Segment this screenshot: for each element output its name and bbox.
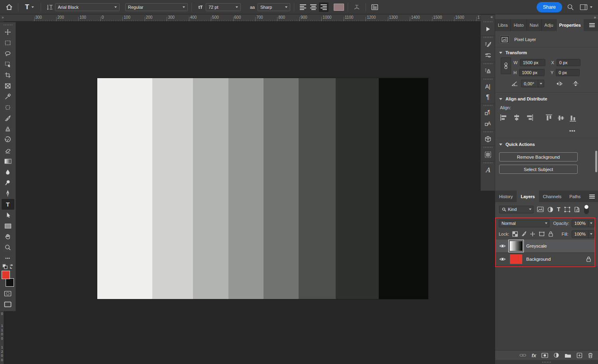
layers-panel-menu-icon[interactable] — [589, 191, 598, 202]
lasso-tool[interactable] — [2, 48, 14, 59]
clone-stamp-tool[interactable] — [2, 124, 14, 134]
clone-source-panel-icon[interactable] — [482, 65, 494, 76]
layer-name[interactable]: Greyscale — [526, 244, 591, 248]
height-input[interactable] — [519, 69, 545, 76]
quick-mask-button[interactable] — [2, 288, 14, 299]
character-styles-panel-icon[interactable]: A — [482, 118, 494, 129]
pattern-panel-icon[interactable] — [482, 149, 494, 160]
properties-scrollbar[interactable] — [595, 151, 597, 172]
zoom-tool[interactable] — [2, 242, 14, 253]
hand-tool[interactable] — [2, 231, 14, 242]
foreground-color-swatch[interactable] — [2, 271, 10, 279]
panel-grip[interactable] — [484, 79, 492, 80]
layer-thumbnail-greyscale[interactable] — [510, 241, 522, 251]
dodge-tool[interactable] — [2, 177, 14, 188]
filter-pixel-layers-icon[interactable] — [537, 207, 544, 212]
background-color-swatch[interactable] — [6, 278, 14, 287]
filter-adjustment-layers-icon[interactable] — [547, 207, 553, 212]
panel-grip[interactable] — [484, 37, 492, 38]
opacity-select[interactable]: 100% — [572, 220, 594, 227]
glyphs-panel-icon[interactable]: A — [482, 165, 494, 175]
align-text-left-button[interactable] — [298, 2, 308, 12]
share-button[interactable]: Share — [537, 2, 562, 12]
screen-mode-button[interactable] — [2, 299, 14, 310]
layer-row-greyscale[interactable]: Greyscale — [495, 240, 595, 253]
canvas[interactable] — [97, 78, 428, 299]
tab-channels[interactable]: Channels — [539, 191, 565, 202]
eyedropper-tool[interactable] — [2, 91, 14, 102]
flip-horizontal-button[interactable] — [556, 81, 563, 87]
panel-grip[interactable] — [484, 131, 492, 132]
new-group-folder-icon[interactable] — [565, 353, 571, 358]
align-section-header[interactable]: Align and Distribute — [499, 96, 547, 101]
properties-panel-menu-icon[interactable] — [589, 19, 598, 31]
y-input[interactable] — [556, 69, 580, 76]
eraser-tool[interactable] — [2, 145, 14, 156]
toolbar-expand-icon[interactable]: » — [2, 15, 4, 20]
delete-layer-trash-icon[interactable] — [588, 352, 593, 358]
warp-text-icon[interactable] — [352, 2, 362, 12]
new-adjustment-layer-icon[interactable] — [553, 352, 559, 358]
brush-tool[interactable] — [2, 113, 14, 124]
panel-grip[interactable] — [484, 21, 492, 22]
tab-history[interactable]: History — [495, 191, 517, 202]
lock-transparent-pixels-button[interactable] — [512, 231, 518, 237]
text-color-swatch[interactable] — [334, 4, 344, 11]
character-panel-icon[interactable]: A| — [482, 81, 494, 92]
tab-paths[interactable]: Paths — [565, 191, 584, 202]
3d-panel-icon[interactable] — [482, 134, 494, 144]
blend-mode-select[interactable]: Normal — [499, 220, 549, 227]
color-swatches[interactable] — [1, 271, 15, 287]
gradient-tool[interactable] — [2, 156, 14, 167]
history-brush-tool[interactable] — [2, 134, 14, 145]
add-layer-mask-icon[interactable] — [541, 353, 548, 358]
align-bottom-edges-button[interactable] — [569, 114, 576, 122]
paragraph-styles-panel-icon[interactable]: ¶ — [482, 107, 494, 118]
healing-brush-tool[interactable] — [2, 102, 14, 113]
tab-history[interactable]: Histo — [511, 19, 527, 31]
visibility-eye-icon[interactable] — [499, 257, 506, 262]
flip-vertical-button[interactable] — [572, 81, 579, 87]
layer-name[interactable]: Background — [526, 257, 582, 262]
align-right-edges-button[interactable] — [525, 114, 533, 122]
layer-thumbnail-background[interactable] — [510, 254, 522, 264]
panel-grip[interactable] — [484, 147, 492, 148]
filter-type-layers-icon[interactable]: T — [557, 206, 561, 212]
tab-layers[interactable]: Layers — [517, 191, 539, 202]
toolbar-grip[interactable] — [4, 24, 12, 26]
crop-tool[interactable] — [2, 70, 14, 81]
blur-tool[interactable] — [2, 167, 14, 177]
panel-grip[interactable] — [484, 162, 492, 163]
layer-style-fx-icon[interactable]: fx — [531, 352, 536, 358]
tab-properties[interactable]: Properties — [557, 19, 584, 31]
filter-smart-objects-icon[interactable] — [574, 207, 580, 212]
x-input[interactable] — [557, 59, 580, 66]
select-subject-button[interactable]: Select Subject — [499, 165, 578, 174]
font-style-select[interactable]: Regular — [125, 3, 188, 11]
workspace-icon[interactable] — [578, 2, 594, 12]
quick-actions-header[interactable]: Quick Actions — [499, 142, 535, 147]
lock-image-pixels-button[interactable] — [521, 231, 527, 237]
width-input[interactable] — [520, 59, 545, 66]
fill-select[interactable]: 100% — [572, 230, 594, 238]
visibility-eye-icon[interactable] — [499, 244, 506, 248]
rectangular-marquee-tool[interactable] — [2, 37, 14, 48]
rotation-select[interactable]: 0,00° — [521, 80, 544, 87]
link-layers-icon[interactable] — [519, 353, 526, 357]
lock-position-button[interactable] — [530, 231, 535, 237]
font-size-select[interactable]: 72 pt — [206, 3, 241, 11]
align-horizontal-centers-button[interactable] — [513, 114, 521, 122]
font-family-select[interactable]: Arial Black — [55, 3, 120, 11]
brushes-panel-icon[interactable] — [482, 50, 494, 61]
tab-adjustments[interactable]: Adju — [542, 19, 557, 31]
type-tool[interactable]: T — [2, 199, 14, 210]
default-and-swap-colors[interactable] — [2, 264, 14, 270]
paragraph-panel-icon[interactable]: ¶ — [482, 92, 494, 102]
new-layer-icon[interactable] — [576, 352, 582, 358]
object-selection-tool[interactable] — [2, 59, 14, 70]
lock-all-button[interactable] — [548, 231, 553, 237]
filter-shape-layers-icon[interactable] — [564, 207, 570, 212]
type-tool-indicator[interactable]: T — [22, 2, 37, 12]
align-text-center-button[interactable] — [309, 2, 318, 12]
align-vertical-centers-button[interactable] — [557, 114, 565, 122]
